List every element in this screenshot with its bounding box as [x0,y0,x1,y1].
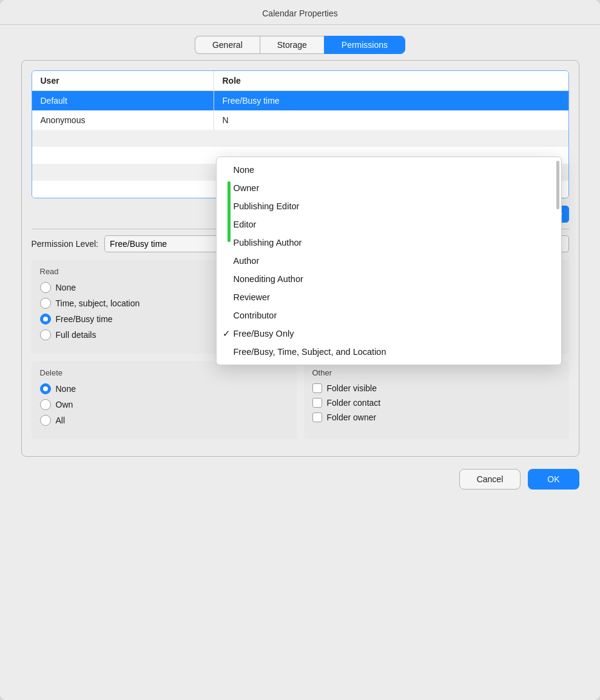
table-header: User Role [32,71,568,91]
radio-read-full[interactable] [40,329,51,340]
checkbox-folder-contact[interactable] [312,398,322,408]
delete-title: Delete [40,368,288,377]
dropdown-item-author[interactable]: Author [217,252,561,270]
read-none-label: None [56,283,76,292]
delete-option-all[interactable]: All [40,415,288,426]
dropdown-item-reviewer[interactable]: Reviewer [217,288,561,306]
checkbox-folder-owner[interactable] [312,412,322,422]
tab-bar: General Storage Permissions [195,36,405,54]
cell-role-default: Free/Busy time [214,91,568,110]
dropdown-item-nonediting-author[interactable]: Nonediting Author [217,270,561,288]
radio-delete-none[interactable] [40,383,51,394]
table-row-empty [32,130,568,147]
other-title: Other [312,368,561,377]
col-header-role: Role [214,71,568,90]
delete-option-none[interactable]: None [40,383,288,394]
permissions-grid-2: Delete None Own All Other [32,361,569,439]
other-option-folder-owner[interactable]: Folder owner [312,412,561,422]
checkbox-folder-visible[interactable] [312,383,322,393]
col-header-user: User [32,71,214,90]
radio-inner [43,317,48,321]
radio-read-none[interactable] [40,282,51,293]
read-freebusy-label: Free/Busy time [56,314,113,324]
window: Calendar Properties General Storage Perm… [0,0,600,700]
permission-level-label: Permission Level: [32,239,99,249]
delete-all-label: All [56,416,66,425]
folder-visible-label: Folder visible [327,383,377,393]
cell-user-default: Default [32,91,214,110]
radio-read-time[interactable] [40,298,51,309]
delete-option-own[interactable]: Own [40,399,288,410]
radio-delete-all[interactable] [40,415,51,426]
other-option-folder-contact[interactable]: Folder contact [312,398,561,408]
radio-inner [43,386,48,391]
window-title: Calendar Properties [0,0,600,25]
table-row[interactable]: Default Free/Busy time [32,91,568,110]
radio-read-freebusy[interactable] [40,314,51,325]
dropdown-item-freebusy-time-subject[interactable]: Free/Busy, Time, Subject, and Location [217,343,561,361]
cell-role-anonymous: N [214,110,568,130]
delete-none-label: None [56,384,76,394]
other-option-folder-visible[interactable]: Folder visible [312,383,561,393]
cancel-button[interactable]: Cancel [459,469,521,490]
tab-storage[interactable]: Storage [260,36,324,54]
dropdown-item-owner[interactable]: Owner [217,179,561,197]
dropdown-item-freebusy-only[interactable]: Free/Busy Only [217,325,561,343]
cell-user-anonymous: Anonymous [32,110,214,130]
table-row[interactable]: Anonymous N [32,110,568,130]
role-dropdown[interactable]: None Owner Publishing Editor Editor Publ… [216,156,562,365]
radio-delete-own[interactable] [40,399,51,410]
dropdown-item-publishing-author[interactable]: Publishing Author [217,234,561,252]
ok-button[interactable]: OK [528,469,579,490]
dropdown-item-none[interactable]: None [217,161,561,179]
other-box: Other Folder visible Folder contact Fold… [304,361,569,439]
folder-owner-label: Folder owner [327,412,377,422]
read-full-label: Full details [56,330,96,340]
content-panel: User Role Default Free/Busy time Anonymo… [21,60,579,457]
delete-box: Delete None Own All [32,361,297,439]
dropdown-item-editor[interactable]: Editor [217,215,561,234]
read-time-label: Time, subject, location [56,298,140,308]
folder-contact-label: Folder contact [327,398,381,408]
dropdown-item-publishing-editor[interactable]: Publishing Editor [217,197,561,215]
dropdown-item-contributor[interactable]: Contributor [217,306,561,325]
tab-general[interactable]: General [195,36,260,54]
tab-permissions[interactable]: Permissions [324,36,405,54]
delete-own-label: Own [56,400,73,409]
bottom-row: Cancel OK [21,469,579,490]
